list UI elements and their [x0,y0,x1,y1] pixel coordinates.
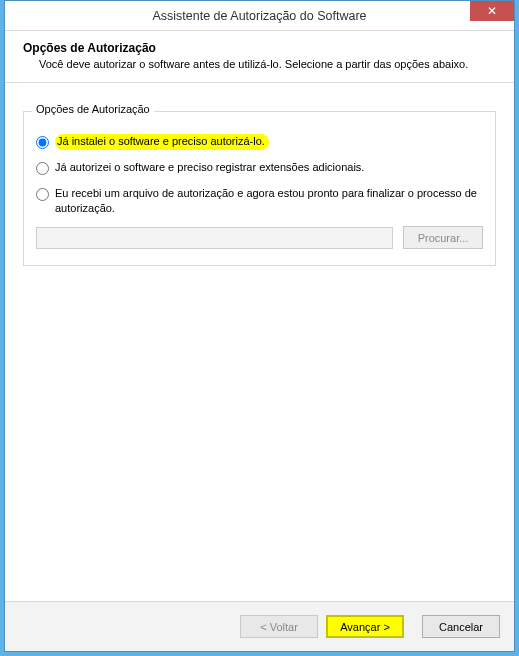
option-radio-0[interactable] [36,136,49,149]
options-group-legend: Opções de Autorização [32,103,154,115]
next-button[interactable]: Avançar > [326,615,404,638]
option-label-0: Já instalei o software e preciso autoriz… [55,134,269,150]
option-row-1[interactable]: Já autorizei o software e preciso regist… [36,160,483,175]
option-radio-1[interactable] [36,162,49,175]
option-label-2: Eu recebi um arquivo de autorização e ag… [55,186,483,217]
browse-button: Procurar... [403,226,483,249]
cancel-button[interactable]: Cancelar [422,615,500,638]
wizard-footer: < Voltar Avançar > Cancelar [5,601,514,651]
option-label-1: Já autorizei o software e preciso regist… [55,160,364,175]
wizard-header-title: Opções de Autorização [23,41,496,55]
wizard-header: Opções de Autorização Você deve autoriza… [5,31,514,83]
wizard-header-description: Você deve autorizar o software antes de … [39,57,496,72]
back-button: < Voltar [240,615,318,638]
option-radio-2[interactable] [36,188,49,201]
file-path-input [36,227,393,249]
wizard-content: Opções de Autorização Já instalei o soft… [5,83,514,601]
wizard-window: Assistente de Autorização do Software ✕ … [4,0,515,652]
options-group: Opções de Autorização Já instalei o soft… [23,111,496,267]
close-button[interactable]: ✕ [470,1,514,21]
close-icon: ✕ [487,4,497,18]
option-row-2[interactable]: Eu recebi um arquivo de autorização e ag… [36,186,483,217]
window-title: Assistente de Autorização do Software [5,9,514,23]
option-row-0[interactable]: Já instalei o software e preciso autoriz… [36,134,483,150]
titlebar: Assistente de Autorização do Software ✕ [5,1,514,31]
file-row: Procurar... [36,226,483,249]
